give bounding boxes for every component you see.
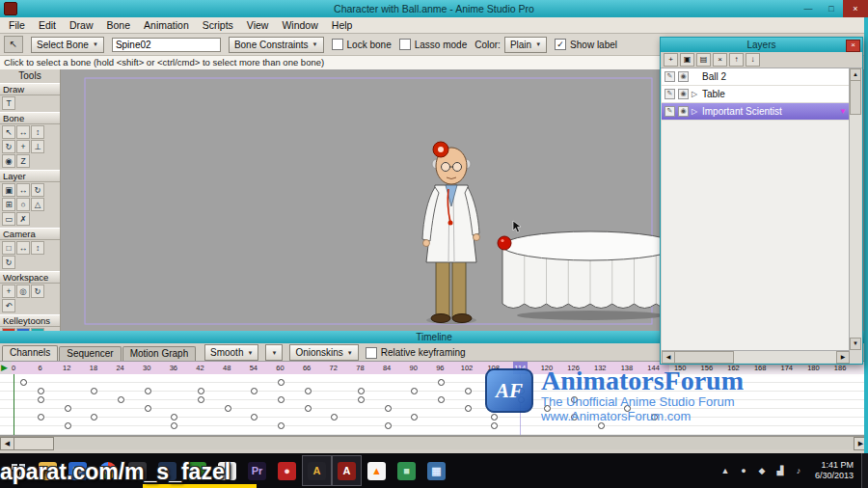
keyframe-dot[interactable] [385,405,392,412]
keyframe-dot[interactable] [598,422,605,429]
shear-layer-tool-icon[interactable]: ⊞ [2,198,15,211]
reparent-bone-tool-icon[interactable]: ⊥ [31,140,44,153]
bone-constraints-dropdown[interactable]: Bone Constraints ▼ [229,37,324,53]
minimize-button[interactable]: — [797,0,820,17]
keyframe-dot[interactable] [251,388,258,394]
keyframe-dot[interactable] [438,396,445,403]
bone-color-dropdown[interactable]: Plain ▼ [504,37,547,53]
keyframe-dot[interactable] [91,414,97,420]
keyframe-dot[interactable] [358,388,365,394]
keyframe-dot[interactable] [65,422,71,429]
taskbar-icon-vlc[interactable]: ▲ [362,455,392,486]
menu-item-view[interactable]: View [240,19,276,31]
menu-item-window[interactable]: Window [275,19,324,31]
layer-visibility-icon[interactable]: ◉ [678,106,689,117]
playhead-line[interactable] [14,374,14,435]
follow-path-tool-icon[interactable]: ○ [16,198,30,211]
bone-strength-tool-icon[interactable]: ◉ [2,154,15,168]
layer-selector-tool-icon[interactable]: ▭ [2,212,15,226]
new-group-icon[interactable]: ▣ [680,53,694,67]
keyframe-dot[interactable] [465,405,472,412]
tab-channels[interactable]: Channels [2,345,58,361]
scroll-left-icon[interactable]: ◀ [662,351,675,364]
keyframe-dot[interactable] [65,405,71,412]
orbit-workspace-tool-icon[interactable]: ↶ [2,299,15,312]
maximize-button[interactable]: □ [820,0,843,17]
zoom-camera-tool-icon[interactable]: ↻ [2,256,15,269]
layer-visibility-icon[interactable]: ◉ [678,89,689,99]
rotate-bone-tool-icon[interactable]: ↻ [2,140,15,153]
keyframe-dot[interactable] [20,379,27,386]
keyframe-dot[interactable] [145,388,151,394]
translate-layer-tool-icon[interactable]: ▣ [2,183,15,197]
keyframe-dot[interactable] [278,379,285,386]
show-desktop-button[interactable] [861,453,868,488]
tray-app-1-icon[interactable]: ● [737,466,750,475]
select-bone-tool-icon[interactable]: ↖ [2,125,15,139]
keyframe-dot[interactable] [171,414,177,420]
keyframe-dot[interactable] [225,405,231,412]
scale-bone-tool-icon[interactable]: ↕ [31,125,44,139]
scale-layer-tool-icon[interactable]: ↔ [16,183,30,197]
layers-title-bar[interactable]: Layers × [661,38,862,52]
keyframe-dot[interactable] [411,414,418,420]
scroll-left-icon[interactable]: ◀ [0,437,14,450]
relative-keyframing-checkbox[interactable] [366,347,377,359]
tab-motion-graph[interactable]: Motion Graph [122,346,197,361]
keyframe-dot[interactable] [198,396,204,403]
add-bone-tool-icon[interactable]: + [16,140,30,153]
menu-item-help[interactable]: Help [325,19,360,31]
move-layer-down-icon[interactable]: ↓ [746,53,760,67]
keyframe-dot[interactable] [38,414,44,420]
menu-item-bone[interactable]: Bone [100,19,138,31]
play-icon[interactable]: ▶ [1,363,8,372]
menu-item-edit[interactable]: Edit [32,19,63,31]
keyframe-dot[interactable] [38,388,44,394]
layer-row-table[interactable]: ✎◉▷Table [662,86,850,103]
translate-bone-tool-icon[interactable]: ↔ [16,125,30,139]
layer-edit-icon[interactable]: ✎ [665,106,675,117]
bone-name-input[interactable] [112,38,221,52]
move-layer-up-icon[interactable]: ↑ [729,53,744,67]
taskbar-clock[interactable]: 1:41 PM 6/30/2013 [815,460,854,481]
layer-row-ball-2[interactable]: ✎◉Ball 2 [662,68,850,86]
layers-scroll-thumb[interactable] [850,80,861,115]
layer-row-important-scientist[interactable]: ✎◉▷Important Scientist▼ [662,103,850,121]
layer-visibility-icon[interactable]: ◉ [678,71,689,82]
delete-layer-icon[interactable]: × [713,53,727,67]
interpolation-dropdown[interactable]: Smooth ▼ [204,344,258,361]
tray-expand-icon[interactable]: ▲ [719,466,732,475]
keyframe-dot[interactable] [385,422,392,429]
expand-triangle-icon[interactable]: ▷ [692,107,699,116]
close-button[interactable]: × [843,0,868,17]
timeline-scrollbar[interactable]: ◀ ▶ [0,436,868,449]
onionskins-dropdown[interactable]: Onionskins ▼ [289,344,358,361]
mini-dropdown[interactable]: ▼ [265,344,283,361]
delete-edge-tool-icon[interactable]: ✗ [16,212,30,226]
keyframe-dot[interactable] [358,396,365,403]
roll-camera-tool-icon[interactable]: ↕ [31,241,44,255]
keyframe-dot[interactable] [278,422,285,429]
keyframe-dot[interactable] [331,414,338,420]
keyframe-dot[interactable] [38,396,44,403]
track-camera-tool-icon[interactable]: □ [2,241,15,255]
taskbar-icon-photos[interactable]: ■ [392,455,421,486]
lock-bone-checkbox[interactable] [332,39,343,50]
taskbar-icon-premiere[interactable]: Pr [242,455,272,486]
menu-item-animation[interactable]: Animation [137,19,196,31]
rotate-workspace-tool-icon[interactable]: ↻ [31,285,44,298]
keyframe-dot[interactable] [278,396,285,403]
layer-edit-icon[interactable]: ✎ [665,89,675,99]
keyframe-dot[interactable] [198,388,204,394]
layer-options-icon[interactable]: ▼ [839,107,847,116]
pan-workspace-tool-icon[interactable]: + [2,285,15,298]
keyframe-dot[interactable] [91,388,97,394]
keyframe-dot[interactable] [491,422,498,429]
taskbar-icon-aimp[interactable]: A [332,455,362,486]
rotate-xy-tool-icon[interactable]: △ [31,198,44,211]
layers-vertical-scrollbar[interactable]: ▲ ▼ [849,68,861,350]
timeline-scroll-thumb[interactable] [14,437,54,450]
lasso-mode-checkbox[interactable] [399,39,411,50]
keyframe-dot[interactable] [305,388,312,394]
show-label-checkbox[interactable]: ✓ [555,39,566,50]
